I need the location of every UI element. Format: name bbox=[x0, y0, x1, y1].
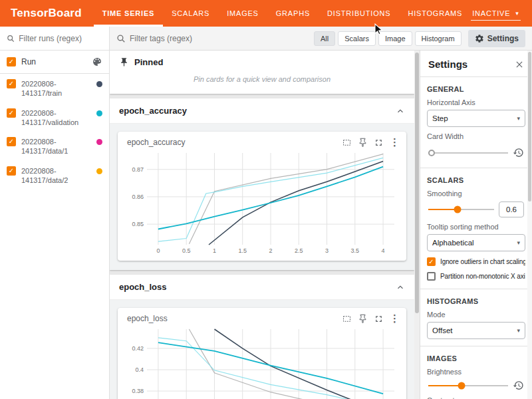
run-row: ✓20220808-141317/train bbox=[0, 74, 109, 103]
scrollbar-thumb[interactable] bbox=[528, 52, 531, 201]
brightness-label: Brightness bbox=[427, 368, 525, 376]
pinned-header: Pinned bbox=[110, 51, 414, 72]
brightness-slider[interactable] bbox=[428, 385, 508, 386]
app-title: TensorBoard bbox=[11, 7, 82, 20]
group-heading: IMAGES bbox=[427, 354, 525, 362]
more-options-icon[interactable]: ⋮ bbox=[390, 137, 400, 148]
card-width-slider[interactable] bbox=[428, 152, 508, 154]
fullscreen-icon[interactable] bbox=[374, 138, 384, 148]
tooltip-sorting-label: Tooltip sorting method bbox=[427, 223, 525, 231]
scalar-card-epoch-loss: epoch_loss ⋮ bbox=[118, 308, 406, 399]
histogram-mode-label: Mode bbox=[427, 311, 525, 319]
contrast-label: Contrast bbox=[427, 396, 525, 399]
section-header-epoch-accuracy[interactable]: epoch_accuracy bbox=[110, 98, 414, 124]
chevron-up-icon[interactable] bbox=[396, 106, 405, 116]
tab-scalars[interactable]: SCALARS bbox=[163, 0, 218, 27]
gear-icon bbox=[475, 34, 484, 43]
tab-time-series[interactable]: TIME SERIES bbox=[94, 0, 163, 27]
run-label: 20220808-141317/data/2 bbox=[21, 166, 91, 186]
tag-filter-input[interactable] bbox=[130, 34, 310, 43]
section-body: epoch_accuracy ⋮ bbox=[110, 124, 414, 270]
chip-histogram[interactable]: Histogram bbox=[415, 31, 462, 46]
nav-tabs: TIME SERIESSCALARSIMAGESGRAPHSDISTRIBUTI… bbox=[94, 0, 471, 27]
chevron-down-icon: ▾ bbox=[517, 239, 520, 246]
svg-text:2.5: 2.5 bbox=[295, 247, 303, 254]
section-header-epoch-loss[interactable]: epoch_loss bbox=[110, 275, 414, 300]
settings-panel-header: Settings bbox=[420, 51, 532, 77]
chip-all[interactable]: All bbox=[314, 31, 335, 46]
run-checkbox[interactable]: ✓ bbox=[7, 137, 16, 146]
reset-icon[interactable] bbox=[513, 147, 524, 158]
scalar-card-epoch-accuracy: epoch_accuracy ⋮ bbox=[118, 132, 406, 261]
chevron-up-icon[interactable] bbox=[396, 283, 405, 292]
card-header: epoch_loss ⋮ bbox=[123, 312, 401, 325]
run-color-dot bbox=[96, 81, 102, 87]
card-title: epoch_accuracy bbox=[127, 138, 342, 147]
data-status-select[interactable]: INACTIVE ▾ bbox=[471, 7, 520, 21]
section-epoch-accuracy: epoch_accuracy epoch_accuracy bbox=[110, 98, 414, 270]
scrollbar-thumb[interactable] bbox=[415, 53, 419, 313]
fit-domain-icon[interactable] bbox=[342, 138, 352, 148]
reset-icon[interactable] bbox=[513, 380, 524, 391]
tooltip-sorting-select[interactable]: Alphabetical ▾ bbox=[427, 234, 525, 251]
search-icon bbox=[7, 34, 15, 43]
settings-group-histograms: HISTOGRAMS Mode Offset ▾ bbox=[420, 289, 532, 346]
close-icon[interactable] bbox=[515, 60, 524, 69]
section-body: epoch_loss ⋮ bbox=[110, 300, 414, 399]
tab-distributions[interactable]: DISTRIBUTIONS bbox=[319, 0, 399, 27]
runs-header-label: Run bbox=[21, 57, 86, 66]
horizontal-axis-value: Step bbox=[432, 114, 448, 122]
run-checkbox[interactable]: ✓ bbox=[7, 166, 16, 176]
histogram-mode-select[interactable]: Offset ▾ bbox=[427, 322, 525, 339]
pin-icon bbox=[119, 57, 129, 67]
settings-button[interactable]: Settings bbox=[468, 30, 525, 47]
pin-outline-icon[interactable] bbox=[358, 314, 368, 324]
pin-outline-icon[interactable] bbox=[358, 138, 368, 148]
run-filter-input[interactable] bbox=[19, 34, 102, 43]
horizontal-axis-select[interactable]: Step ▾ bbox=[427, 110, 525, 127]
svg-text:0.87: 0.87 bbox=[132, 166, 144, 173]
smoothing-slider[interactable] bbox=[428, 209, 494, 210]
runs-sidebar: ✓ Run ✓20220808-141317/train✓20220808-14… bbox=[0, 27, 110, 399]
run-row: ✓20220808-141317/data/2 bbox=[0, 161, 109, 190]
partition-x-axis-label: Partition non-monotonic X axis bbox=[440, 273, 525, 280]
settings-group-scalars: SCALARS Smoothing 0.6 Tooltip sorting me… bbox=[420, 168, 532, 289]
smoothing-value-input[interactable]: 0.6 bbox=[499, 201, 524, 217]
status-value: INACTIVE bbox=[472, 9, 510, 17]
line-chart-epoch-accuracy[interactable]: 00.511.522.533.540.850.860.87 bbox=[123, 149, 401, 255]
tab-graphs[interactable]: GRAPHS bbox=[267, 0, 319, 27]
group-heading: HISTOGRAMS bbox=[427, 297, 525, 305]
svg-text:0.5: 0.5 bbox=[182, 247, 191, 254]
ignore-outliers-checkbox[interactable]: ✓ bbox=[427, 257, 436, 266]
line-chart-epoch-loss[interactable]: 00.511.522.533.540.360.380.40.42 bbox=[123, 325, 401, 399]
select-all-runs-checkbox[interactable]: ✓ bbox=[7, 57, 16, 66]
tab-histograms[interactable]: HISTOGRAMS bbox=[399, 0, 471, 27]
palette-icon[interactable] bbox=[92, 57, 102, 67]
partition-x-axis-checkbox[interactable] bbox=[427, 272, 436, 281]
run-checkbox[interactable]: ✓ bbox=[7, 79, 16, 88]
chevron-down-icon: ▾ bbox=[515, 10, 519, 17]
svg-text:3.5: 3.5 bbox=[351, 247, 360, 254]
partition-x-axis-row: Partition non-monotonic X axis bbox=[427, 272, 525, 281]
runs-header-row: ✓ Run bbox=[0, 51, 109, 74]
main-scrollbar[interactable] bbox=[414, 51, 420, 399]
tab-images[interactable]: IMAGES bbox=[218, 0, 267, 27]
ignore-outliers-label: Ignore outliers in chart scaling bbox=[440, 258, 525, 265]
panel-scrollbar[interactable] bbox=[527, 51, 532, 399]
fullscreen-icon[interactable] bbox=[374, 314, 384, 324]
tag-filter-toolbar: AllScalarsImageHistogram Settings bbox=[110, 27, 532, 51]
fit-domain-icon[interactable] bbox=[342, 314, 352, 324]
chip-image[interactable]: Image bbox=[378, 31, 412, 46]
search-icon bbox=[116, 34, 126, 43]
more-options-icon[interactable]: ⋮ bbox=[390, 313, 400, 324]
settings-panel: Settings GENERAL Horizontal Axis Step ▾ … bbox=[420, 51, 532, 399]
horizontal-axis-label: Horizontal Axis bbox=[427, 98, 525, 106]
section-title: epoch_accuracy bbox=[119, 106, 187, 116]
smoothing-label: Smoothing bbox=[427, 190, 525, 198]
run-color-dot bbox=[96, 168, 102, 174]
chip-scalars[interactable]: Scalars bbox=[338, 31, 376, 46]
run-row: ✓20220808-141317/validation bbox=[0, 103, 109, 132]
run-checkbox[interactable]: ✓ bbox=[7, 108, 16, 118]
card-header: epoch_accuracy ⋮ bbox=[123, 136, 401, 149]
pinned-section: Pinned Pin cards for a quick view and co… bbox=[110, 51, 414, 94]
